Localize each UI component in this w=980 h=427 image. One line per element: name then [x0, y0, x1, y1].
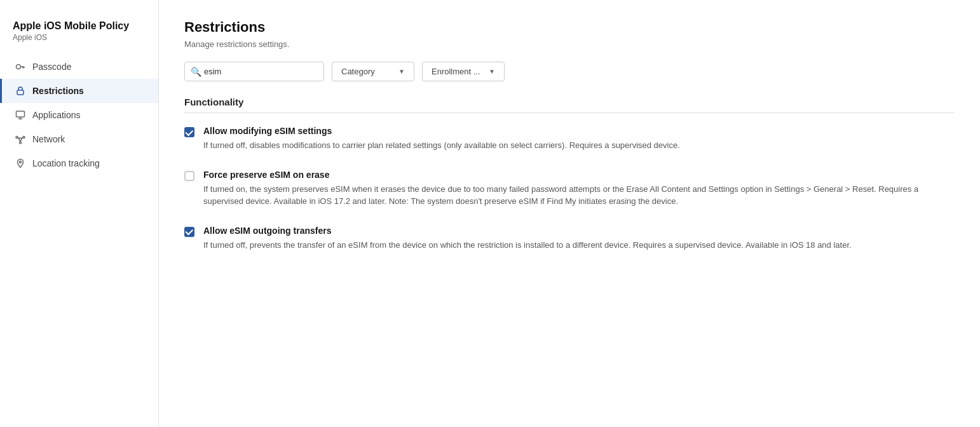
app-header: Apple iOS Mobile Policy Apple iOS [0, 13, 158, 55]
setting-description-allow-modifying-esim: If turned off, disables modifications to… [203, 139, 955, 152]
enrollment-chevron-down-icon: ▼ [489, 68, 495, 75]
page-title: Restrictions [184, 19, 955, 36]
sidebar-item-applications-label: Applications [32, 110, 81, 120]
app-title: Apple iOS Mobile Policy [13, 20, 146, 32]
setting-label-force-preserve-esim: Force preserve eSIM on erase [203, 170, 955, 180]
checkbox-wrapper-allow-modifying-esim [184, 127, 194, 137]
section-divider [184, 112, 955, 113]
checkbox-force-preserve-esim[interactable] [184, 171, 194, 181]
svg-rect-5 [17, 111, 25, 117]
sidebar-item-network[interactable]: Network [0, 127, 158, 151]
svg-point-0 [17, 65, 21, 69]
network-icon [15, 133, 26, 145]
enrollment-dropdown[interactable]: Enrollment ... ▼ [422, 62, 505, 81]
sidebar-item-restrictions-label: Restrictions [32, 86, 84, 96]
svg-rect-4 [17, 90, 24, 95]
category-dropdown[interactable]: Category ▼ [332, 62, 414, 81]
sidebar-item-passcode[interactable]: Passcode [0, 55, 158, 79]
section-title: Functionality [184, 97, 955, 107]
app-subtitle: Apple iOS [13, 33, 146, 42]
monitor-icon [15, 109, 26, 121]
pin-icon [15, 158, 26, 169]
category-dropdown-label: Category [341, 67, 375, 76]
setting-content-allow-modifying-esim: Allow modifying eSIM settingsIf turned o… [203, 126, 955, 152]
checkbox-allow-modifying-esim[interactable] [184, 127, 194, 137]
settings-list: Allow modifying eSIM settingsIf turned o… [184, 126, 955, 251]
key-icon [15, 61, 26, 72]
setting-description-force-preserve-esim: If turned on, the system preserves eSIM … [203, 183, 955, 208]
setting-description-allow-esim-outgoing: If turned off, prevents the transfer of … [203, 239, 955, 252]
page-subtitle: Manage restrictions settings. [184, 39, 955, 49]
setting-label-allow-modifying-esim: Allow modifying eSIM settings [203, 126, 955, 136]
svg-point-15 [20, 161, 22, 163]
sidebar-item-network-label: Network [32, 134, 65, 144]
main-content: Restrictions Manage restrictions setting… [159, 0, 980, 427]
sidebar-item-location-tracking-label: Location tracking [32, 158, 100, 168]
svg-point-10 [23, 137, 25, 139]
sidebar-item-restrictions[interactable]: Restrictions [0, 79, 158, 103]
category-chevron-down-icon: ▼ [398, 68, 405, 75]
sidebar-item-location-tracking[interactable]: Location tracking [0, 151, 158, 175]
filter-bar: 🔍 Category ▼ Enrollment ... ▼ [184, 62, 955, 81]
svg-point-9 [16, 137, 18, 139]
checkbox-allow-esim-outgoing[interactable] [184, 227, 194, 237]
sidebar-item-applications[interactable]: Applications [0, 103, 158, 127]
sidebar: Apple iOS Mobile Policy Apple iOS Passco… [0, 0, 159, 427]
checkbox-wrapper-allow-esim-outgoing [184, 227, 194, 237]
search-wrapper: 🔍 [184, 62, 324, 81]
setting-item: Force preserve eSIM on eraseIf turned on… [184, 170, 955, 208]
sidebar-item-passcode-label: Passcode [32, 62, 71, 72]
setting-content-force-preserve-esim: Force preserve eSIM on eraseIf turned on… [203, 170, 955, 208]
setting-content-allow-esim-outgoing: Allow eSIM outgoing transfersIf turned o… [203, 226, 955, 252]
lock-icon [15, 85, 26, 97]
svg-point-11 [20, 142, 22, 144]
setting-label-allow-esim-outgoing: Allow eSIM outgoing transfers [203, 226, 955, 236]
setting-item: Allow modifying eSIM settingsIf turned o… [184, 126, 955, 152]
svg-line-13 [22, 138, 24, 139]
svg-line-12 [18, 138, 20, 139]
search-icon: 🔍 [191, 67, 201, 77]
checkbox-wrapper-force-preserve-esim [184, 171, 194, 181]
enrollment-dropdown-label: Enrollment ... [432, 67, 480, 76]
setting-item: Allow eSIM outgoing transfersIf turned o… [184, 226, 955, 252]
search-input[interactable] [184, 62, 324, 81]
